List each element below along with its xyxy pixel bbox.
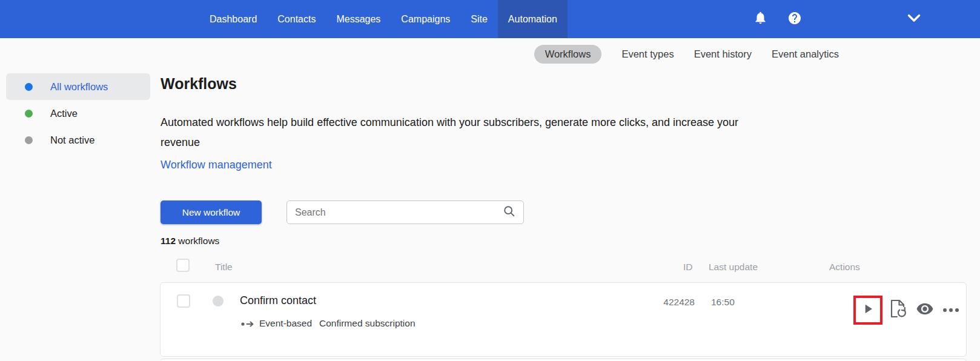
tab-workflows[interactable]: Workflows (534, 45, 602, 64)
workflow-trigger-type: Event-based (259, 318, 312, 329)
workflow-id: 422428 (658, 297, 695, 308)
run-workflow-button-highlighted[interactable] (853, 296, 882, 325)
select-all-checkbox[interactable] (176, 259, 190, 272)
not-active-status-dot (25, 136, 33, 144)
sidebar-item-label: Not active (50, 134, 94, 146)
ellipsis-icon (942, 305, 960, 316)
help-button[interactable] (787, 0, 802, 38)
workflow-status-dot (213, 296, 223, 306)
row-checkbox[interactable] (177, 294, 190, 308)
workflow-management-link[interactable]: Workflow management (161, 159, 272, 171)
bell-icon (753, 11, 767, 27)
table-row: Confirm contact Event-based Confirmed su… (160, 282, 967, 357)
workflow-count-label: workflows (176, 236, 219, 246)
active-status-dot (25, 110, 33, 118)
top-nav-menu: Dashboard Contacts Messages Campaigns Si… (199, 0, 568, 38)
copy-workflow-button[interactable] (888, 299, 909, 322)
tab-event-history[interactable]: Event history (694, 48, 752, 60)
sidebar-item-not-active[interactable]: Not active (6, 127, 150, 153)
workflow-count-number: 112 (161, 236, 176, 246)
sidebar-item-active[interactable]: Active (6, 100, 150, 127)
all-workflows-status-dot (25, 83, 33, 91)
new-workflow-button[interactable]: New workflow (161, 200, 262, 224)
sidebar-item-all-workflows[interactable]: All workflows (6, 73, 150, 100)
nav-item-automation[interactable]: Automation (498, 0, 568, 38)
page-title: Workflows (161, 75, 237, 93)
nav-item-campaigns[interactable]: Campaigns (391, 0, 460, 38)
play-icon (860, 301, 876, 319)
preview-workflow-button[interactable] (915, 300, 935, 320)
chevron-down-icon (907, 14, 921, 25)
workflow-title[interactable]: Confirm contact (240, 294, 316, 307)
next-table-row-partial (160, 359, 967, 361)
nav-item-messages[interactable]: Messages (326, 0, 391, 38)
account-menu-button[interactable] (907, 0, 921, 38)
dot-arrow-icon (240, 319, 256, 331)
document-restart-icon (889, 299, 907, 322)
workflow-trigger-event: Confirmed subscription (319, 318, 416, 329)
column-header-title: Title (215, 262, 233, 273)
nav-item-site[interactable]: Site (460, 0, 498, 38)
search-icon (503, 205, 515, 220)
secondary-navigation: Workflows Event types Event history Even… (0, 38, 980, 70)
tab-event-analytics[interactable]: Event analytics (772, 48, 839, 60)
workflow-last-update: 16:50 (711, 297, 735, 308)
notifications-button[interactable] (753, 0, 767, 38)
sidebar-item-label: All workflows (50, 81, 108, 93)
workflow-filter-sidebar: All workflows Active Not active (6, 73, 150, 153)
help-icon (787, 11, 802, 28)
tab-event-types[interactable]: Event types (621, 48, 674, 60)
column-header-id: ID (683, 262, 693, 273)
nav-item-contacts[interactable]: Contacts (267, 0, 326, 38)
search-box (286, 200, 524, 224)
sidebar-item-label: Active (50, 108, 78, 119)
column-header-actions: Actions (829, 262, 860, 273)
nav-item-dashboard[interactable]: Dashboard (199, 0, 267, 38)
eye-icon (916, 302, 934, 318)
search-input[interactable] (295, 207, 503, 218)
page-description: Automated workflows help build effective… (161, 113, 769, 153)
top-navigation: Dashboard Contacts Messages Campaigns Si… (0, 0, 980, 38)
column-header-last-update: Last update (709, 262, 758, 273)
workflow-count: 112 workflows (161, 236, 219, 247)
more-actions-button[interactable] (941, 303, 961, 317)
